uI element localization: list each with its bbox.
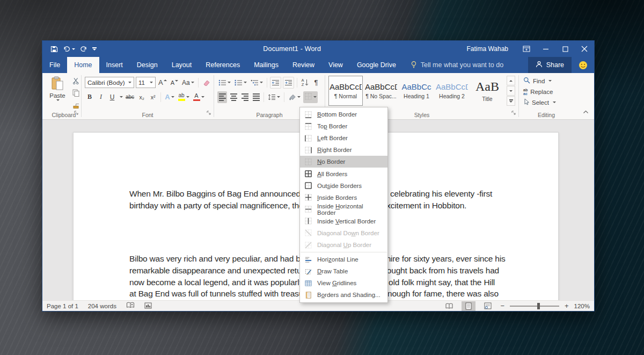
macro-recording-icon[interactable] [144, 302, 152, 310]
customize-qat-icon[interactable] [92, 47, 97, 50]
menu-item-draw-table[interactable]: Draw Table [300, 265, 387, 277]
decrease-indent-icon[interactable] [270, 77, 281, 89]
paste-button[interactable]: Paste [47, 76, 68, 114]
collapse-ribbon-icon[interactable] [583, 106, 589, 116]
numbering-icon[interactable] [233, 77, 248, 89]
page-indicator[interactable]: Page 1 of 1 [47, 303, 78, 309]
align-left-icon[interactable] [217, 91, 227, 103]
superscript-button[interactable]: x² [148, 91, 158, 103]
sort-icon[interactable]: AZ [300, 77, 310, 89]
bullets-icon[interactable] [217, 77, 232, 89]
clipboard-dialog-launcher-icon[interactable] [74, 108, 79, 118]
style--no-spac-[interactable]: AaBbCcDc¶ No Spac... [364, 76, 398, 106]
subscript-button[interactable]: x₂ [137, 91, 147, 103]
read-mode-icon[interactable] [442, 301, 456, 311]
copy-icon[interactable] [72, 89, 79, 99]
proofing-errors-icon[interactable] [126, 302, 135, 310]
styles-dialog-launcher-icon[interactable] [511, 108, 516, 118]
italic-button[interactable]: I [96, 91, 106, 103]
minimize-button[interactable] [536, 41, 555, 57]
borders-button[interactable] [303, 91, 318, 103]
justify-icon[interactable] [251, 91, 261, 103]
share-button[interactable]: Share [528, 57, 572, 73]
tab-mailings[interactable]: Mailings [247, 57, 286, 73]
highlight-color-button[interactable]: ab [177, 91, 191, 103]
grow-font-button[interactable]: A [157, 77, 168, 89]
undo-dropdown-icon[interactable] [72, 48, 75, 50]
shading-icon[interactable] [287, 91, 302, 103]
menu-item-all-borders[interactable]: All Borders [300, 168, 387, 179]
tab-layout[interactable]: Layout [165, 57, 199, 73]
zoom-out-button[interactable]: − [500, 302, 504, 310]
tab-google-drive[interactable]: Google Drive [350, 57, 403, 73]
menu-item-right-border[interactable]: Right Border [300, 144, 387, 156]
font-color-button[interactable]: A [192, 91, 206, 103]
zoom-slider[interactable] [510, 306, 559, 307]
line-spacing-icon[interactable] [267, 91, 281, 103]
undo-icon[interactable] [63, 46, 75, 52]
bold-button[interactable]: B [85, 91, 94, 103]
print-layout-icon[interactable] [462, 301, 475, 311]
tell-me-box[interactable]: Tell me what you want to do [411, 57, 503, 73]
menu-item-inside-vertical-border[interactable]: Inside Vertical Border [300, 215, 387, 227]
editing-group-label: Editing [519, 112, 574, 118]
font-name-combo[interactable]: Calibri (Body) [85, 77, 134, 88]
zoom-in-button[interactable]: + [565, 302, 569, 310]
select-button[interactable]: Select [523, 97, 556, 107]
style-heading-2[interactable]: AaBbCcDHeading 2 [435, 76, 469, 106]
maximize-button[interactable] [555, 41, 575, 57]
align-right-icon[interactable] [240, 91, 250, 103]
style-title[interactable]: AaBTitle [470, 76, 504, 106]
style-sample-text: AaBbCcD [436, 82, 468, 91]
styles-more-icon[interactable] [507, 96, 515, 106]
menu-item-no-border[interactable]: No Border [300, 156, 387, 168]
clear-formatting-icon[interactable] [201, 77, 211, 89]
save-icon[interactable] [50, 45, 58, 53]
styles-scroll-down-icon[interactable] [507, 86, 515, 96]
font-size-combo[interactable]: 11 [136, 77, 156, 88]
menu-item-bottom-border[interactable]: Bottom Border [300, 108, 387, 120]
menu-item-top-border[interactable]: Top Border [300, 120, 387, 132]
close-button[interactable] [575, 41, 594, 57]
style--normal[interactable]: AaBbCcDc¶ Normal [328, 76, 363, 106]
tab-design[interactable]: Design [130, 57, 165, 73]
menu-item-horizontal-line[interactable]: Horizontal Line [300, 253, 387, 265]
multilevel-list-icon[interactable] [250, 77, 264, 89]
web-layout-icon[interactable] [481, 301, 495, 311]
styles-scroll-up-icon[interactable] [507, 76, 515, 85]
replace-button[interactable]: abac Replace [523, 86, 556, 97]
underline-button[interactable]: U [107, 91, 117, 103]
style-heading-1[interactable]: AaBbCcHeading 1 [399, 76, 434, 106]
menu-item-borders-and-shading[interactable]: Borders and Shading... [300, 289, 387, 301]
change-case-button[interactable]: Aa [181, 77, 195, 89]
cut-icon[interactable] [72, 77, 79, 86]
zoom-level[interactable]: 120% [574, 303, 590, 309]
menu-item-inside-horizontal-border[interactable]: Inside Horizontal Border [300, 204, 387, 215]
ribbon-display-options-icon[interactable] [517, 41, 536, 57]
find-button[interactable]: Find [523, 76, 556, 86]
increase-indent-icon[interactable] [283, 77, 294, 89]
align-center-icon[interactable] [229, 91, 238, 103]
menu-item-outside-borders[interactable]: Outside Borders [300, 180, 387, 192]
tab-review[interactable]: Review [286, 57, 321, 73]
menu-item-view-gridlines[interactable]: View Gridlines [300, 277, 387, 289]
tab-references[interactable]: References [199, 57, 247, 73]
zoom-slider-thumb[interactable] [537, 303, 540, 309]
paste-dropdown-icon[interactable] [56, 99, 60, 101]
tab-home[interactable]: Home [67, 57, 99, 73]
redo-icon[interactable] [80, 46, 87, 52]
strikethrough-button[interactable]: abc [125, 91, 135, 103]
show-paragraph-marks-icon[interactable]: ¶ [311, 77, 321, 89]
tab-view[interactable]: View [321, 57, 350, 73]
text-effects-button[interactable]: A [164, 91, 175, 103]
menu-item-inside-borders[interactable]: Inside Borders [300, 192, 387, 204]
menu-item-left-border[interactable]: Left Border [300, 132, 387, 144]
signed-in-user[interactable]: Fatima Wahab [466, 45, 508, 53]
shrink-font-button[interactable]: A [170, 77, 179, 89]
word-count[interactable]: 204 words [88, 303, 116, 309]
tab-file[interactable]: File [42, 57, 67, 73]
feedback-smiley-icon[interactable] [572, 57, 594, 73]
font-dialog-launcher-icon[interactable] [207, 108, 211, 118]
tab-insert[interactable]: Insert [99, 57, 130, 73]
underline-dropdown-icon[interactable] [120, 96, 123, 98]
